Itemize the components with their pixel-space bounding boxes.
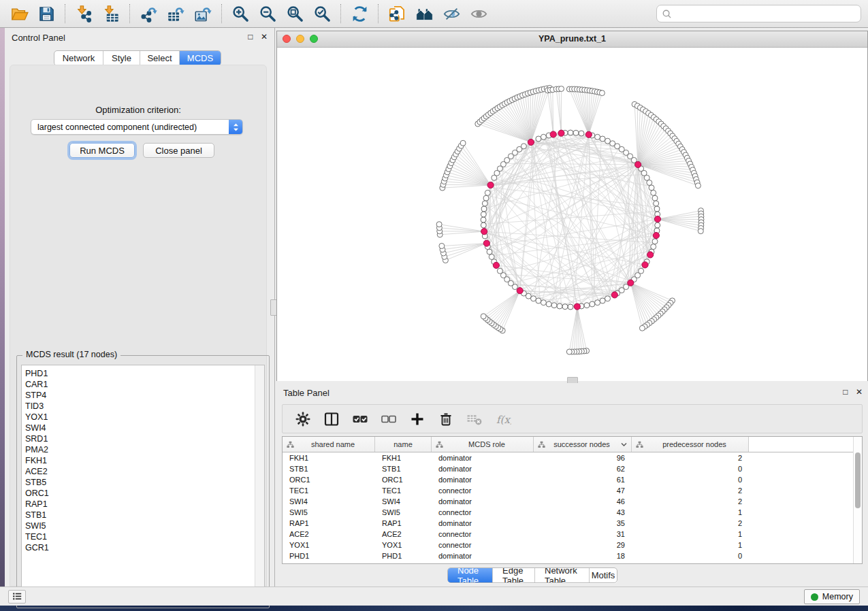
memory-label: Memory [822, 592, 853, 601]
zoom-fit-icon[interactable] [283, 3, 307, 24]
export-table-icon[interactable] [163, 3, 188, 24]
mcds-result-item[interactable]: ORC1 [25, 488, 264, 499]
control-panel: Control Panel □ ✕ Network Style Select M… [5, 28, 273, 587]
table-row[interactable]: PHD1PHD1dominator180 [283, 550, 862, 561]
import-table-icon[interactable] [99, 3, 123, 24]
column-header-MCDS-role[interactable]: MCDS role [432, 437, 534, 452]
column-header-name[interactable]: name [375, 437, 432, 452]
mcds-result-item[interactable]: STP4 [25, 390, 264, 401]
save-session-icon[interactable] [34, 3, 59, 24]
table-settings-icon[interactable] [291, 408, 315, 431]
cell-name: ORC1 [375, 474, 432, 485]
float-panel-icon[interactable]: □ [248, 32, 253, 42]
table-row[interactable]: SWI5SWI5connector431 [283, 507, 862, 518]
mcds-result-item[interactable]: STB1 [25, 510, 264, 521]
close-panel-button[interactable]: Close panel [143, 143, 214, 158]
tab-edge-table[interactable]: Edge Table [493, 568, 535, 582]
table-row[interactable]: ACE2ACE2connector311 [283, 529, 862, 540]
cell-successor-nodes: 47 [534, 485, 632, 496]
table-scrollbar-thumb[interactable] [855, 452, 861, 508]
table-row[interactable]: ORC1ORC1dominator610 [283, 474, 862, 485]
control-panel-tabs: Network Style Select MCDS [54, 50, 221, 66]
mcds-result-item[interactable]: GCR1 [25, 542, 264, 553]
mcds-result-item[interactable]: SRD1 [25, 433, 264, 444]
search-box[interactable] [656, 5, 861, 22]
column-header-successor-nodes[interactable]: successor nodes [534, 437, 632, 452]
tab-network[interactable]: Network [54, 51, 103, 65]
cell-name: SWI5 [375, 507, 432, 518]
task-history-button[interactable] [8, 590, 26, 604]
mcds-result-item[interactable]: PMA2 [25, 444, 264, 455]
run-mcds-button[interactable]: Run MCDS [69, 143, 135, 158]
tab-select[interactable]: Select [140, 51, 180, 65]
optimization-criterion-select[interactable]: largest connected component (undirected) [31, 119, 243, 135]
tab-motifs[interactable]: Motifs [590, 568, 617, 582]
table-row[interactable]: FKH1FKH1dominator962 [283, 452, 862, 463]
cell-name: YOX1 [375, 540, 432, 550]
close-panel-icon[interactable]: ✕ [261, 32, 268, 42]
cell-successor-nodes: 31 [534, 529, 632, 540]
mcds-result-item[interactable]: FKH1 [25, 455, 264, 466]
table-row[interactable]: YOX1YOX1connector291 [283, 540, 862, 550]
open-file-icon[interactable] [7, 3, 31, 24]
table-row[interactable]: SWI4SWI4dominator462 [283, 496, 862, 507]
new-network-from-selection-icon[interactable] [385, 3, 409, 24]
cell-shared-name: RAP1 [283, 518, 375, 529]
first-neighbors-icon[interactable] [412, 3, 436, 24]
import-network-icon[interactable] [71, 3, 96, 24]
mcds-result-item[interactable]: RAP1 [25, 499, 264, 510]
zoom-out-icon[interactable] [255, 3, 280, 24]
shared-column-icon [436, 441, 443, 448]
export-network-icon[interactable] [136, 3, 161, 24]
cell-name: STB1 [375, 463, 432, 474]
cell-predecessor-nodes: 2 [632, 518, 749, 529]
show-all-icon[interactable] [466, 3, 491, 24]
table-row[interactable]: TEC1TEC1connector472 [283, 485, 862, 496]
mcds-result-item[interactable]: PHD1 [25, 368, 264, 379]
mcds-result-list[interactable]: PHD1CAR1STP4TID3YOX1SWI4SRD1PMA2FKH1ACE2… [21, 365, 265, 604]
network-window-titlebar[interactable]: YPA_prune.txt_1 [277, 31, 867, 48]
svg-text:f(x): f(x) [496, 413, 511, 425]
mcds-result-item[interactable]: YOX1 [25, 412, 264, 423]
search-input[interactable] [675, 7, 861, 20]
search-icon [662, 9, 672, 19]
column-header-predecessor-nodes[interactable]: predecessor nodes [632, 437, 749, 452]
mcds-result-item[interactable]: ACE2 [25, 466, 264, 477]
column-header-shared-name[interactable]: shared name [283, 437, 375, 452]
add-column-icon[interactable] [405, 408, 430, 431]
mcds-result-item[interactable]: SWI5 [25, 521, 264, 531]
zoom-selected-icon[interactable] [310, 3, 334, 24]
network-canvas[interactable] [277, 48, 867, 381]
shared-column-icon [636, 441, 643, 448]
memory-button[interactable]: Memory [804, 589, 860, 604]
deselect-all-icon[interactable] [376, 408, 401, 431]
float-table-panel-icon[interactable]: □ [843, 387, 848, 397]
export-image-icon[interactable] [191, 3, 215, 24]
tab-node-table[interactable]: Node Table [448, 568, 493, 582]
table-row[interactable]: RAP1RAP1dominator352 [283, 518, 862, 529]
tab-style[interactable]: Style [103, 51, 140, 65]
mcds-result-group: MCDS result (17 nodes) PHD1CAR1STP4TID3Y… [16, 355, 270, 608]
delete-column-icon[interactable] [434, 408, 458, 431]
close-table-panel-icon[interactable]: ✕ [856, 387, 863, 397]
cell-MCDS-role: connector [432, 507, 534, 518]
table-row[interactable]: STB1STB1dominator620 [283, 463, 862, 474]
mcds-result-item[interactable]: TEC1 [25, 531, 264, 542]
hide-selected-icon[interactable] [439, 3, 464, 24]
zoom-in-icon[interactable] [228, 3, 253, 24]
refresh-network-icon[interactable] [347, 3, 372, 24]
mcds-result-item[interactable]: SWI4 [25, 423, 264, 433]
mcds-list-scrollbar[interactable] [255, 365, 264, 604]
select-all-icon[interactable] [348, 408, 372, 431]
mcds-result-item[interactable]: CAR1 [25, 379, 264, 390]
memory-status-icon [811, 593, 818, 601]
control-panel-title: Control Panel [12, 33, 65, 43]
network-graph[interactable] [277, 48, 867, 381]
mcds-result-item[interactable]: STB5 [25, 477, 264, 488]
tab-network-table[interactable]: Network Table [535, 568, 590, 582]
table-scrollbar[interactable] [853, 437, 862, 563]
cell-shared-name: FKH1 [283, 452, 375, 463]
toggle-panel-icon[interactable] [319, 408, 344, 431]
mcds-result-item[interactable]: TID3 [25, 401, 264, 412]
tab-mcds[interactable]: MCDS [180, 51, 221, 65]
